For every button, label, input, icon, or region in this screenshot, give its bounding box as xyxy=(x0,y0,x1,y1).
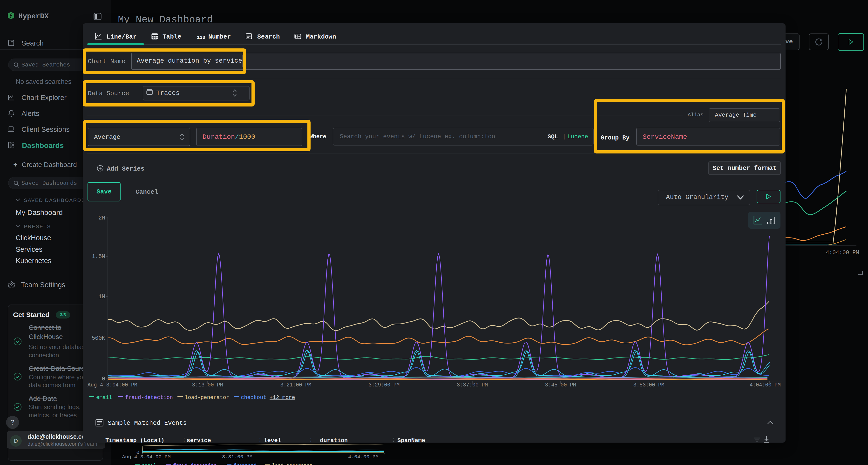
svg-text:+12 more: +12 more xyxy=(270,395,295,401)
svg-text:3:21:00 PM: 3:21:00 PM xyxy=(280,382,311,388)
svg-text:3:13:00 PM: 3:13:00 PM xyxy=(192,382,223,388)
svg-text:1.5M: 1.5M xyxy=(92,254,105,260)
svg-text:load-generator: load-generator xyxy=(272,463,312,465)
svg-text:email: email xyxy=(96,395,112,401)
svg-text:1M: 1M xyxy=(98,294,105,300)
svg-text:email: email xyxy=(142,463,156,465)
svg-text:checkout: checkout xyxy=(241,395,267,401)
svg-text:frontend: frontend xyxy=(234,463,256,465)
svg-text:4:04:00 PM: 4:04:00 PM xyxy=(348,454,378,460)
svg-text:3:45:00 PM: 3:45:00 PM xyxy=(545,382,576,388)
svg-text:0: 0 xyxy=(102,376,105,382)
svg-text:2M: 2M xyxy=(98,215,105,221)
svg-text:3:31:00 PM: 3:31:00 PM xyxy=(222,454,252,460)
svg-text:4:04:00 PM: 4:04:00 PM xyxy=(826,250,859,256)
svg-text:4:04:00 PM: 4:04:00 PM xyxy=(750,382,781,388)
svg-text:fraud-detection: fraud-detection xyxy=(125,395,173,401)
svg-text:3:37:00 PM: 3:37:00 PM xyxy=(457,382,488,388)
svg-text:Aug 4 3:04:00 PM: Aug 4 3:04:00 PM xyxy=(88,382,137,388)
svg-text:3:29:00 PM: 3:29:00 PM xyxy=(368,382,400,388)
svg-text:500K: 500K xyxy=(92,335,105,341)
svg-text:fraud-detection: fraud-detection xyxy=(173,463,217,465)
svg-text:load-generator: load-generator xyxy=(185,395,229,401)
svg-text:Aug 4 3:04:00 PM: Aug 4 3:04:00 PM xyxy=(122,454,171,460)
svg-text:3:53:00 PM: 3:53:00 PM xyxy=(633,382,664,388)
